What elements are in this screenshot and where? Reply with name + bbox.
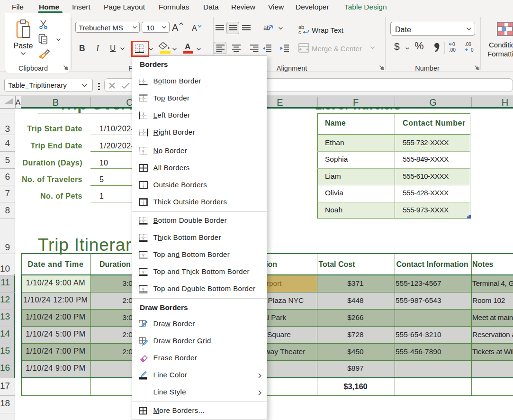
svg-text:0: 0 (471, 47, 474, 53)
svg-text:.00: .00 (449, 47, 456, 53)
svg-text:c: c (298, 29, 301, 35)
svg-text:.00: .00 (465, 42, 471, 47)
svg-text:0: 0 (452, 42, 455, 47)
